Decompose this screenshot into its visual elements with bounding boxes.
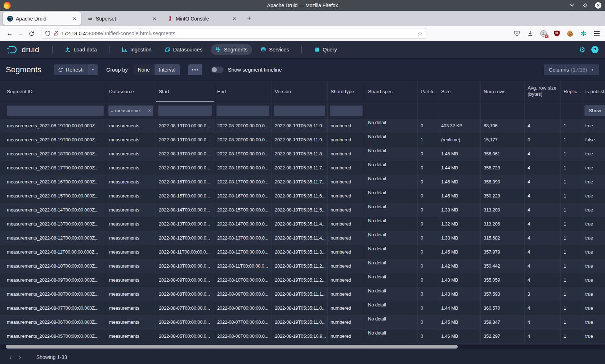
nav-item-label: Ingestion — [130, 47, 152, 53]
cell-segment-id[interactable]: measurements_2022-08-19T00:00:00.000Z... — [0, 119, 106, 133]
tab-apache-druid[interactable]: Apache Druid ✕ — [3, 12, 81, 25]
menu-hamburger-icon[interactable] — [593, 29, 601, 37]
table-row[interactable]: measurements_2022-08-06T00:00:00.000Z...… — [0, 315, 605, 329]
url-bar[interactable]: 172.18.0.4:30899/unified-console.html#se… — [41, 28, 426, 39]
window-maximize-button[interactable] — [582, 2, 588, 9]
filter-datasource-tag[interactable]: = measureme ✕ — [108, 105, 153, 116]
cookie-icon[interactable] — [566, 29, 574, 37]
table-row[interactable]: measurements_2022-08-08T00:00:00.000Z...… — [0, 287, 605, 301]
help-icon[interactable]: ? — [591, 46, 599, 53]
cell-segment-id[interactable]: measurements_2022-08-12T00:00:00.000Z... — [0, 231, 106, 245]
downloads-icon[interactable] — [526, 29, 534, 37]
tab-minio-console[interactable]: MinIO Console ✕ — [163, 12, 241, 25]
cell-segment-id[interactable]: measurements_2022-08-07T00:00:00.000Z... — [0, 301, 106, 315]
filter-is-published-show-button[interactable]: Show — [584, 105, 605, 116]
cell-segment-id[interactable]: measurements_2022-08-10T00:00:00.000Z... — [0, 259, 106, 273]
nav-item-label: Query — [323, 47, 337, 53]
tab-close-icon[interactable]: ✕ — [151, 15, 158, 22]
cell-segment-id[interactable]: measurements_2022-08-19T00:00:00.000Z... — [0, 133, 106, 147]
tab-close-icon[interactable]: ✕ — [231, 15, 238, 22]
column-header-partition[interactable]: Partiti... — [418, 81, 438, 102]
column-header-version[interactable]: Version — [272, 81, 328, 102]
back-button[interactable]: ← — [4, 28, 15, 38]
segment-timeline-toggle[interactable] — [211, 67, 224, 73]
next-page-button[interactable]: › — [15, 353, 24, 361]
druid-logo[interactable]: druid — [6, 45, 39, 54]
cell-shard-type: numbered — [328, 329, 365, 343]
tab-close-icon[interactable]: ✕ — [71, 15, 78, 22]
group-by-none-button[interactable]: None — [134, 64, 154, 75]
column-header-size[interactable]: Size — [438, 81, 481, 102]
pocket-icon[interactable] — [513, 29, 521, 37]
filter-shard-type-input[interactable] — [330, 105, 363, 116]
column-header-num-rows[interactable]: Num rows — [481, 81, 525, 102]
extension-icon[interactable]: ✕ — [539, 29, 547, 37]
nav-item-load-data[interactable]: Load data — [60, 44, 102, 55]
tab-superset[interactable]: ∞ Superset ✕ — [83, 12, 161, 25]
table-row[interactable]: measurements_2022-08-18T00:00:00.000Z...… — [0, 147, 605, 161]
table-row[interactable]: measurements_2022-08-13T00:00:00.000Z...… — [0, 217, 605, 231]
column-header-shard-type[interactable]: Shard type — [328, 81, 365, 102]
table-row[interactable]: measurements_2022-08-17T00:00:00.000Z...… — [0, 161, 605, 175]
cell-segment-id[interactable]: measurements_2022-08-17T00:00:00.000Z... — [0, 161, 106, 175]
new-tab-button[interactable]: + — [243, 14, 256, 23]
table-row[interactable]: measurements_2022-08-10T00:00:00.000Z...… — [0, 259, 605, 273]
column-header-segment-id[interactable]: Segment ID — [0, 81, 106, 102]
column-header-avg-row-size[interactable]: Avg. row size (bytes) — [525, 81, 561, 102]
remove-filter-icon[interactable]: ✕ — [148, 108, 151, 113]
table-row[interactable]: measurements_2022-08-16T00:00:00.000Z...… — [0, 175, 605, 189]
ublock-origin-icon[interactable]: UO — [553, 29, 561, 37]
cell-segment-id[interactable]: measurements_2022-08-08T00:00:00.000Z... — [0, 287, 106, 301]
nav-item-ingestion[interactable]: Ingestion — [117, 44, 156, 55]
table-row[interactable]: measurements_2022-08-14T00:00:00.000Z...… — [0, 203, 605, 217]
group-by-interval-button[interactable]: Interval — [154, 64, 180, 75]
filter-segment-id-input[interactable] — [7, 105, 104, 116]
table-row[interactable]: measurements_2022-08-19T00:00:00.000Z...… — [0, 119, 605, 133]
insecure-lock-icon[interactable] — [53, 31, 58, 36]
bookmark-star-icon[interactable]: ☆ — [417, 30, 422, 37]
filter-start-input[interactable] — [158, 105, 212, 116]
reload-button[interactable] — [26, 28, 37, 38]
column-header-datasource[interactable]: Datasource — [106, 81, 156, 102]
table-row[interactable]: measurements_2022-08-11T00:00:00.000Z...… — [0, 245, 605, 259]
asterisk-extension-icon[interactable] — [579, 29, 587, 37]
nav-item-segments[interactable]: Segments — [211, 44, 252, 55]
column-header-end[interactable]: End — [214, 81, 272, 102]
filter-version-input[interactable] — [274, 105, 325, 116]
refresh-caret-button[interactable]: ▼ — [88, 64, 98, 75]
shield-icon[interactable] — [45, 31, 50, 36]
cell-segment-id[interactable]: measurements_2022-08-14T00:00:00.000Z... — [0, 203, 106, 217]
more-options-button[interactable]: ••• — [188, 64, 202, 75]
column-header-is-published[interactable]: Is published — [582, 81, 605, 102]
table-row[interactable]: measurements_2022-08-15T00:00:00.000Z...… — [0, 189, 605, 203]
cell-segment-id[interactable]: measurements_2022-08-11T00:00:00.000Z... — [0, 245, 106, 259]
table-row[interactable]: measurements_2022-08-07T00:00:00.000Z...… — [0, 301, 605, 315]
window-minimize-button[interactable] — [569, 2, 575, 9]
cell-segment-id[interactable]: measurements_2022-08-05T00:00:00.000Z... — [0, 329, 106, 343]
table-row[interactable]: measurements_2022-08-05T00:00:00.000Z...… — [0, 329, 605, 343]
scrollbar-thumb[interactable] — [6, 345, 458, 349]
forward-button[interactable]: → — [15, 28, 26, 38]
cell-size: 1.32 MB — [438, 217, 481, 231]
cell-segment-id[interactable]: measurements_2022-08-15T00:00:00.000Z... — [0, 189, 106, 203]
column-header-replicas[interactable]: Replic... — [561, 81, 582, 102]
refresh-button[interactable]: Refresh — [54, 64, 88, 75]
cell-segment-id[interactable]: measurements_2022-08-06T00:00:00.000Z... — [0, 315, 106, 329]
column-header-start[interactable]: Start — [156, 81, 214, 102]
nav-item-datasources[interactable]: Datasources — [160, 44, 207, 55]
table-row[interactable]: measurements_2022-08-12T00:00:00.000Z...… — [0, 231, 605, 245]
cell-segment-id[interactable]: measurements_2022-08-18T00:00:00.000Z... — [0, 147, 106, 161]
table-row[interactable]: measurements_2022-08-19T00:00:00.000Z...… — [0, 133, 605, 147]
nav-item-services[interactable]: Services — [256, 44, 294, 55]
column-header-shard-spec[interactable]: Shard spec — [365, 81, 418, 102]
cell-segment-id[interactable]: measurements_2022-08-09T00:00:00.000Z... — [0, 273, 106, 287]
settings-gear-icon[interactable]: ⚙ — [579, 45, 586, 54]
filter-end-input[interactable] — [216, 105, 269, 116]
window-close-button[interactable]: ✕ — [595, 2, 601, 9]
cell-segment-id[interactable]: measurements_2022-08-16T00:00:00.000Z... — [0, 175, 106, 189]
columns-dropdown-button[interactable]: Columns (17/18) ▼ — [544, 64, 599, 75]
cell-segment-id[interactable]: measurements_2022-08-13T00:00:00.000Z... — [0, 217, 106, 231]
nav-item-query[interactable]: Query — [309, 44, 342, 55]
previous-page-button[interactable]: ‹ — [6, 353, 15, 361]
table-row[interactable]: measurements_2022-08-09T00:00:00.000Z...… — [0, 273, 605, 287]
